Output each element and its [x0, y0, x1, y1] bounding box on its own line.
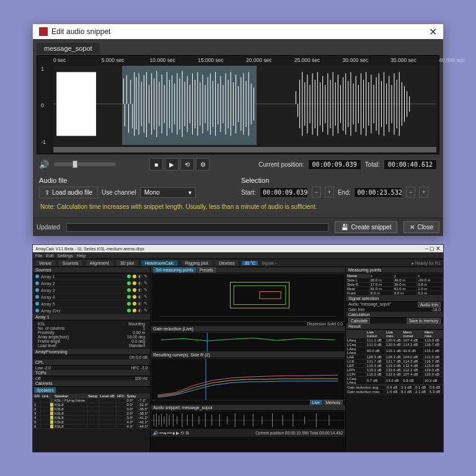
close-icon[interactable]: ✕ — [429, 26, 437, 38]
load-audio-file-button[interactable]: ⇪ Load audio file — [39, 187, 98, 198]
app-icon — [39, 27, 48, 36]
waveform-svg — [53, 66, 436, 143]
source-row[interactable]: Array 4◐✎ — [33, 294, 150, 301]
total-label: Total: — [365, 161, 380, 168]
close-button[interactable]: ✕Close — [403, 221, 439, 233]
chevron-down-icon: ▾ — [188, 189, 192, 196]
tab-set-measuring[interactable]: Set measuring points — [153, 267, 196, 273]
mini-waveform[interactable] — [151, 411, 345, 430]
start-label: Start: — [241, 189, 256, 196]
audio-file-header: Audio file — [39, 177, 235, 184]
upload-icon: ⇪ — [45, 189, 50, 196]
save-memory-button[interactable]: Save to memory — [407, 318, 441, 324]
end-dec[interactable]: − — [406, 187, 415, 198]
floor-plan[interactable] — [151, 273, 345, 322]
window-controls[interactable]: – ◻ ✕ — [425, 245, 441, 252]
tab-headroomcalc: HeadroomCalc — [141, 260, 178, 266]
volume-slider[interactable] — [54, 162, 116, 166]
end-inc[interactable]: + — [419, 187, 428, 198]
gain-reduction-plot — [151, 332, 345, 352]
array1-header: Array 1 — [33, 314, 150, 320]
start-input[interactable]: 00:00:09.039 — [260, 187, 308, 198]
close-icon: ✕ — [410, 224, 415, 231]
arraycalc-window: ArrayCalc V11 Beta - SL Series KSL-mediu… — [32, 244, 444, 452]
source-row[interactable]: Array 1◐✎ — [33, 273, 150, 280]
source-row[interactable]: Array End◐✎ — [33, 307, 150, 314]
audio-trim-button[interactable]: Audio trim — [418, 302, 441, 307]
waveform-canvas[interactable] — [53, 66, 436, 145]
measuring-points-table[interactable]: NamexyzSide L26.0 m39.0 m-29.0 mSide R17… — [346, 273, 443, 296]
note-text: Note: Calculation time increases with sn… — [37, 202, 439, 214]
audio-file-section: Audio file ⇪ Load audio file Use channel… — [39, 177, 235, 198]
current-position-value: 00:00:09.039 — [308, 159, 361, 170]
arraycalc-titlebar[interactable]: ArrayCalc V11 Beta - SL Series KSL-mediu… — [33, 245, 443, 252]
left-panel: Sources Array 1◐✎Array 2◐✎Array 3◐✎Array… — [33, 267, 151, 452]
loop-button[interactable]: ⟲ — [180, 158, 194, 170]
time-ruler: 0 sec 5.000 sec 10.000 sec 15.000 sec 20… — [37, 56, 439, 63]
result-curves-plot — [151, 358, 345, 400]
right-panel: Measuring points NamexyzSide L26.0 m39.0… — [345, 267, 443, 452]
speakers-tab[interactable]: Speakers — [34, 387, 56, 393]
svg-rect-1 — [56, 72, 96, 136]
waveform-area[interactable]: 0 sec 5.000 sec 10.000 sec 15.000 sec 20… — [37, 55, 439, 154]
start-inc[interactable]: + — [325, 187, 334, 198]
current-position-label: Current position: — [258, 161, 304, 168]
save-icon: 💾 — [341, 224, 348, 231]
center-panel: Set measuring points Presets Dispersion … — [151, 267, 345, 452]
results-table: Live cursorLive max.Mem. cursorMem. max.… — [346, 330, 443, 385]
menu-bar[interactable]: FileEdit SettingsHelp — [33, 252, 443, 258]
volume-icon[interactable]: 🔊 — [39, 160, 49, 169]
status-text: Updated — [37, 224, 60, 231]
temp-chip[interactable]: 20 °C — [242, 261, 258, 265]
edit-audio-snippet-window: Edit audio snippet ✕ message_sopot 0 sec… — [32, 24, 444, 237]
source-row[interactable]: Array 2◐✎ — [33, 280, 150, 287]
calculate-button[interactable]: Calculate — [348, 318, 370, 324]
selection-header: Selection — [241, 177, 437, 184]
selection-section: Selection Start: 00:00:09.039 − + End: 0… — [241, 177, 437, 198]
create-snippet-button[interactable]: 💾Create snippet — [335, 221, 397, 233]
tab-presets[interactable]: Presets — [197, 267, 216, 273]
main-tabs[interactable]: Venue Sources Alignment 3D plot Headroom… — [33, 258, 443, 267]
stop-button[interactable]: ■ — [149, 158, 163, 170]
channel-select[interactable]: Mono▾ — [140, 187, 196, 198]
cabinets-table[interactable]: GRLinkSpeakerSetupLevel dBHFCSplayKSL / … — [33, 394, 150, 429]
titlebar[interactable]: Edit audio snippet ✕ — [33, 24, 443, 39]
horizontal-scrollbar[interactable] — [53, 147, 436, 152]
gain-reduction-table: Gain reduction avg.0.9 dB3.3 dB0.1 dB0.6… — [346, 385, 443, 394]
use-channel-label: Use channel — [102, 189, 136, 196]
progress-bar — [66, 223, 329, 232]
y-axis: 1 0 -1 — [41, 66, 51, 145]
svg-rect-104 — [260, 292, 281, 299]
status-bar: Updated 💾Create snippet ✕Close — [33, 218, 443, 236]
end-input[interactable]: 00:00:23.532 — [354, 187, 402, 198]
window-title: Edit audio snippet — [51, 27, 110, 36]
transport-bar: 🔊 ■ ▶ ⟲ ⚙ Current position: 00:00:09.039… — [37, 154, 439, 174]
settings-button[interactable]: ⚙ — [196, 158, 209, 170]
source-row[interactable]: Array 5◐✎ — [33, 301, 150, 307]
start-dec[interactable]: − — [312, 187, 321, 198]
total-value: 00:00:40.612 — [384, 159, 437, 170]
file-tab[interactable]: message_sopot — [37, 43, 100, 54]
end-label: End: — [338, 189, 351, 196]
sources-header: Sources — [33, 267, 150, 273]
source-row[interactable]: Array 3◐✎ — [33, 287, 150, 294]
play-button[interactable]: ▶ — [165, 158, 178, 170]
